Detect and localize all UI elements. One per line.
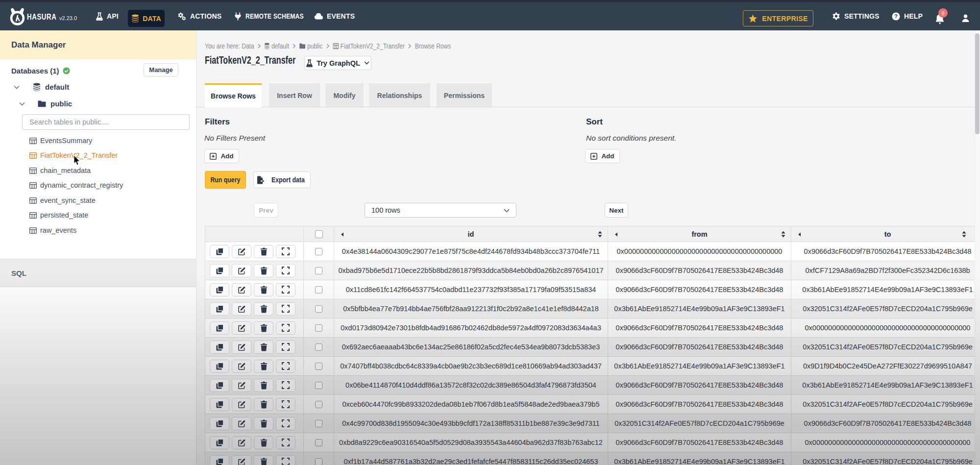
svg-text:?: ? (894, 13, 898, 19)
